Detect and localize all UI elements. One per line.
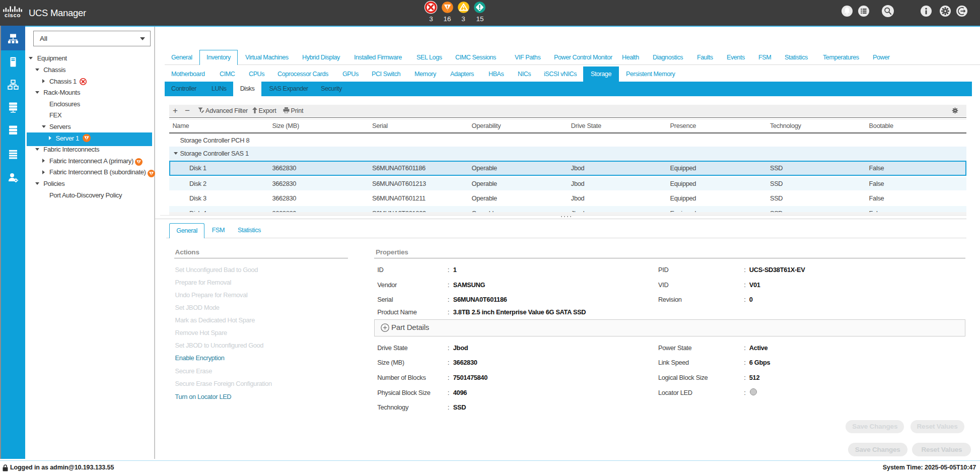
svg-text:cisco: cisco (5, 12, 21, 18)
